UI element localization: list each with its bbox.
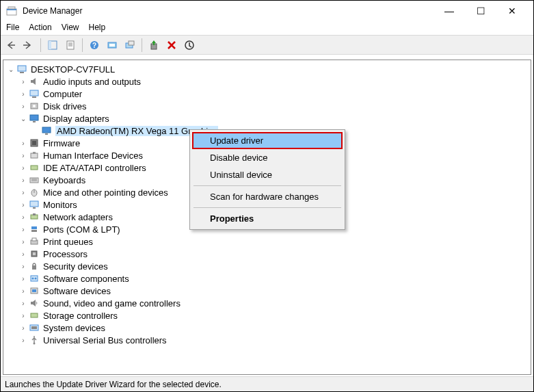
properties-button[interactable]: [63, 38, 78, 53]
expand-icon[interactable]: ›: [18, 335, 28, 345]
software-device-icon: [28, 285, 40, 296]
help-button[interactable]: ?: [87, 38, 102, 53]
expand-icon[interactable]: ›: [18, 138, 28, 148]
tree-node-processors[interactable]: ›Processors: [16, 248, 531, 260]
scan-hardware-button[interactable]: [105, 38, 120, 53]
tree-node-print[interactable]: ›Print queues: [16, 235, 531, 248]
statusbar: Launches the Update Driver Wizard for th…: [1, 376, 533, 391]
enable-device-button[interactable]: [146, 38, 161, 53]
tree-root[interactable]: ⌄ DESKTOP-CV7FULL: [3, 63, 531, 75]
audio-icon: [28, 76, 40, 87]
menu-help[interactable]: Help: [89, 23, 106, 32]
ports-icon: [28, 224, 40, 235]
system-icon: [28, 322, 40, 333]
statusbar-text: Launches the Update Driver Wizard for th…: [5, 380, 222, 389]
tree-node-audio[interactable]: ›Audio inputs and outputs: [16, 75, 531, 88]
maximize-button[interactable]: ☐: [465, 1, 496, 21]
svg-rect-41: [31, 226, 37, 229]
tree-node-swdev[interactable]: ›Software devices: [16, 285, 531, 297]
menu-view[interactable]: View: [62, 23, 79, 32]
svg-rect-18: [20, 72, 24, 73]
svg-rect-26: [45, 133, 48, 135]
svg-rect-29: [31, 153, 38, 158]
expand-icon[interactable]: ›: [18, 89, 28, 99]
svg-point-49: [32, 278, 34, 280]
show-hide-console-tree-button[interactable]: [45, 38, 60, 53]
expand-icon[interactable]: ›: [18, 298, 28, 308]
tree-node-computer[interactable]: ›Computer: [16, 88, 531, 100]
expand-icon[interactable]: ›: [18, 274, 28, 283]
expand-icon[interactable]: ›: [18, 224, 28, 234]
svg-rect-55: [31, 326, 37, 329]
svg-rect-5: [67, 41, 74, 49]
expand-icon[interactable]: ⌄: [18, 114, 28, 123]
expand-icon[interactable]: ⌄: [6, 64, 16, 74]
expand-icon[interactable]: ›: [18, 237, 28, 246]
expand-icon[interactable]: ›: [18, 261, 28, 271]
close-button[interactable]: ✕: [496, 1, 528, 21]
toolbar: ?: [1, 36, 533, 55]
usb-icon: [28, 335, 40, 345]
ctx-scan-hardware[interactable]: Scan for hardware changes: [192, 188, 343, 205]
svg-text:?: ?: [92, 42, 96, 49]
svg-rect-4: [49, 41, 51, 49]
ctx-disable-device[interactable]: Disable device: [192, 149, 343, 166]
expand-icon[interactable]: ›: [18, 175, 28, 185]
tree-node-storage[interactable]: ›Storage controllers: [16, 309, 531, 322]
svg-rect-53: [31, 313, 38, 317]
ctx-uninstall-device[interactable]: Uninstall device: [192, 166, 343, 183]
expand-icon[interactable]: ›: [18, 200, 28, 209]
ctx-update-driver[interactable]: Update driver: [192, 132, 343, 149]
expand-icon[interactable]: ›: [18, 77, 28, 86]
expand-icon[interactable]: ›: [18, 187, 28, 197]
window-title: Device Manager: [23, 6, 433, 16]
expand-icon[interactable]: ›: [18, 249, 28, 259]
expand-icon[interactable]: ›: [18, 212, 28, 222]
hid-icon: [28, 150, 40, 161]
tree-label: Software devices: [43, 286, 111, 296]
tree-node-swcomp[interactable]: ›Software components: [16, 272, 531, 285]
ctx-properties[interactable]: Properties: [192, 210, 343, 227]
svg-rect-47: [32, 265, 36, 270]
svg-rect-17: [18, 66, 26, 71]
back-button[interactable]: [3, 38, 18, 53]
tree-label: Network adapters: [43, 212, 113, 222]
disable-device-button[interactable]: [182, 38, 197, 53]
svg-point-22: [33, 105, 36, 107]
tree-node-usb[interactable]: ›Universal Serial Bus controllers: [16, 334, 531, 346]
svg-rect-14: [129, 41, 134, 45]
menu-file[interactable]: File: [6, 23, 19, 32]
tree-label: Security devices: [43, 261, 108, 272]
tree-node-display[interactable]: ⌄Display adapters: [16, 112, 531, 125]
keyboard-icon: [28, 174, 40, 185]
cpu-icon: [28, 248, 40, 259]
expand-icon[interactable]: ›: [18, 286, 28, 296]
expand-icon[interactable]: ›: [18, 101, 28, 111]
forward-button[interactable]: [21, 38, 36, 53]
tree-label: Human Interface Devices: [43, 151, 143, 161]
expand-icon[interactable]: ›: [18, 323, 28, 332]
svg-rect-23: [30, 115, 38, 120]
tree-node-security[interactable]: ›Security devices: [16, 260, 531, 272]
display-icon: [40, 125, 53, 136]
expand-icon[interactable]: ›: [18, 151, 28, 160]
context-menu: Update driver Disable device Uninstall d…: [189, 129, 345, 230]
menu-action[interactable]: Action: [29, 23, 51, 32]
tree-node-disk[interactable]: ›Disk drives: [16, 100, 531, 112]
app-icon: [6, 5, 17, 16]
titlebar: Device Manager — ☐ ✕: [1, 1, 533, 21]
expand-icon[interactable]: ›: [18, 311, 28, 320]
svg-rect-37: [30, 201, 38, 207]
expand-icon[interactable]: ›: [18, 163, 28, 172]
minimize-button[interactable]: —: [433, 1, 465, 21]
tree-node-system[interactable]: ›System devices: [16, 322, 531, 334]
update-driver-button[interactable]: [122, 38, 137, 53]
tree-label: Mice and other pointing devices: [43, 187, 168, 198]
tree-label: Storage controllers: [43, 311, 118, 321]
computer-icon: [28, 88, 40, 99]
tree-node-sound[interactable]: ›Sound, video and game controllers: [16, 297, 531, 309]
uninstall-device-button[interactable]: [164, 38, 179, 53]
sound-icon: [28, 298, 40, 309]
tree-label: Ports (COM & LPT): [43, 224, 120, 235]
ctx-separator: [193, 185, 341, 186]
